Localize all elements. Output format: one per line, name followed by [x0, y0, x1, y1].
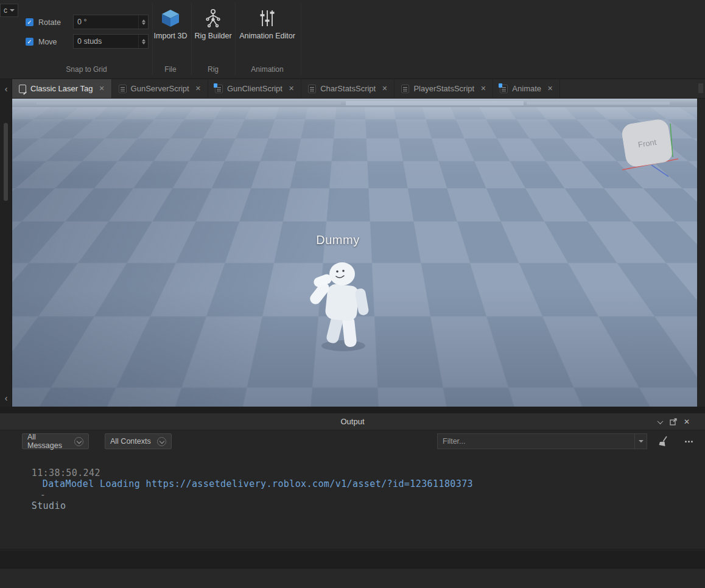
ribbon-overflow-dropdown[interactable]: c — [0, 4, 18, 17]
ribbon-overflow-label: c — [4, 6, 7, 15]
log-source: Studio — [32, 500, 66, 511]
tab-close-icon[interactable]: ✕ — [382, 85, 387, 93]
tab-label: Classic Laser Tag — [30, 84, 93, 93]
import-3d-label: Import 3D — [154, 31, 188, 42]
snap-to-grid-group-label: Snap to Grid — [22, 65, 151, 74]
rail-scrollbar-thumb[interactable] — [4, 123, 8, 201]
rotate-snap-input[interactable] — [74, 15, 138, 29]
log-message: DataModel Loading https://assetdelivery.… — [43, 478, 473, 489]
chevron-down-icon — [157, 437, 166, 446]
status-bar — [0, 568, 705, 588]
tab-scroll-button[interactable] — [697, 79, 705, 99]
output-log-entry: 11:38:50.242 DataModel Loading https://a… — [9, 457, 473, 522]
ribbon-separator — [235, 3, 236, 75]
rig-builder-label: Rig Builder — [194, 31, 231, 42]
horizon-highlight — [37, 102, 341, 105]
output-title: Output — [0, 413, 705, 430]
move-snap-label: Move — [38, 38, 57, 46]
rotate-snap-label: Rotate — [38, 18, 61, 27]
import-3d-cube-icon — [160, 7, 181, 29]
dummy-character[interactable] — [306, 261, 379, 354]
script-icon — [308, 85, 316, 93]
tab-gunserverscript[interactable]: GunServerScript ✕ — [112, 79, 208, 98]
move-snap-stepper[interactable] — [138, 35, 148, 48]
horizon-highlight — [527, 102, 670, 105]
log-timestamp: 11:38:50.242 — [32, 467, 100, 478]
log-separator: - — [40, 489, 46, 500]
tab-label: Animate — [512, 84, 541, 93]
tab-animate[interactable]: Animate ✕ — [493, 79, 560, 98]
tab-close-icon[interactable]: ✕ — [547, 85, 553, 93]
ribbon-separator — [301, 3, 301, 75]
import-3d-button[interactable]: Import 3D — [151, 7, 190, 42]
ribbon-separator — [191, 3, 192, 75]
tab-close-icon[interactable]: ✕ — [289, 85, 294, 93]
view-cube[interactable]: Front — [615, 113, 685, 186]
left-dock-rail: ‹ ‹ — [0, 79, 12, 407]
tab-gunclientscript[interactable]: GunClientScript ✕ — [208, 79, 301, 98]
filter-dropdown-icon[interactable] — [634, 434, 647, 449]
bottom-dock-area — [0, 550, 705, 568]
broom-icon — [657, 435, 670, 448]
message-filter-value: All Messages — [27, 433, 69, 450]
collapse-left-panel-icon[interactable]: ‹ — [2, 84, 10, 95]
local-script-badge — [214, 83, 217, 88]
tab-label: PlayerStatsScript — [413, 84, 474, 93]
context-filter-value: All Contexts — [110, 437, 151, 446]
tab-label: GunClientScript — [227, 84, 282, 93]
rig-figure-icon — [203, 7, 223, 29]
local-script-icon — [215, 85, 223, 93]
tab-label: CharStatsScript — [320, 84, 376, 93]
clear-output-button[interactable] — [656, 433, 671, 449]
rotate-snap-field — [73, 15, 149, 29]
collapse-left-panel-icon[interactable]: ‹ — [2, 393, 10, 404]
place-icon — [19, 85, 26, 93]
tab-close-icon[interactable]: ✕ — [480, 85, 486, 93]
stepper-down-icon — [142, 23, 146, 25]
panel-undock-icon[interactable] — [667, 413, 679, 430]
stepper-down-icon — [142, 42, 146, 44]
ribbon: c Rotate Move Snap to Grid Import 3D Fil… — [0, 0, 705, 79]
context-filter-dropdown[interactable]: All Contexts — [105, 433, 172, 449]
animation-group-label: Animation — [236, 65, 298, 74]
stepper-up-icon — [142, 19, 146, 22]
panel-divider[interactable] — [0, 407, 705, 413]
tab-charstatsscript[interactable]: CharStatsScript ✕ — [301, 79, 395, 98]
tab-playerstatsscript[interactable]: PlayerStatsScript ✕ — [395, 79, 493, 98]
character-name-billboard: Dummy — [298, 233, 377, 247]
move-snap-field — [73, 34, 149, 49]
z-axis-line — [651, 165, 668, 177]
output-panel: Output ✕ All Messages All Contexts 11:38… — [0, 413, 705, 550]
rotate-snap-checkbox[interactable] — [26, 18, 33, 26]
tab-scroll-thumb — [698, 83, 703, 93]
panel-close-icon[interactable]: ✕ — [681, 413, 693, 430]
animation-editor-button[interactable]: Animation Editor — [236, 7, 298, 42]
chevron-down-icon — [10, 9, 15, 12]
chevron-down-icon — [74, 437, 83, 446]
local-script-icon — [500, 85, 508, 93]
tab-label: GunServerScript — [131, 84, 189, 93]
output-header[interactable]: Output ✕ — [0, 413, 705, 430]
more-options-button[interactable] — [681, 433, 696, 449]
move-snap-input[interactable] — [74, 35, 138, 48]
message-filter-dropdown[interactable]: All Messages — [22, 433, 89, 449]
horizon-highlight — [346, 101, 524, 105]
move-snap-checkbox[interactable] — [26, 38, 33, 46]
script-icon — [119, 85, 127, 93]
local-script-badge — [499, 83, 502, 88]
rotate-snap-stepper[interactable] — [138, 15, 148, 29]
tab-classic-laser-tag[interactable]: Classic Laser Tag ✕ — [12, 79, 112, 98]
3d-viewport[interactable]: Dummy Front — [12, 99, 697, 407]
rig-builder-button[interactable]: Rig Builder — [192, 7, 234, 42]
script-icon — [401, 85, 409, 93]
stepper-up-icon — [142, 39, 146, 41]
rig-group-label: Rig — [192, 65, 234, 74]
animation-editor-label: Animation Editor — [239, 31, 295, 42]
output-filter-input[interactable] — [438, 434, 634, 449]
file-group-label: File — [151, 65, 190, 74]
animation-sliders-icon — [257, 7, 278, 29]
tab-close-icon[interactable]: ✕ — [195, 85, 201, 93]
panel-collapse-icon[interactable] — [654, 413, 666, 430]
document-tab-bar: Classic Laser Tag ✕ GunServerScript ✕ Gu… — [12, 79, 697, 99]
tab-close-icon[interactable]: ✕ — [99, 85, 104, 93]
